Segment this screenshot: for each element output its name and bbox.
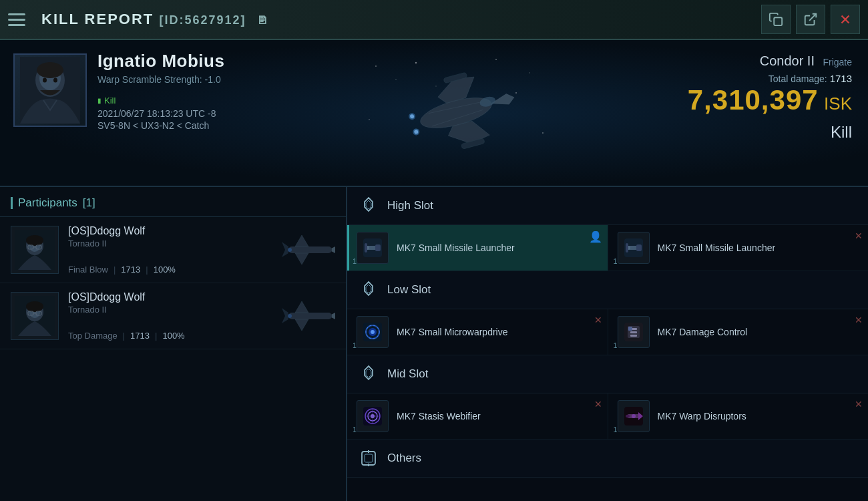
item-name: MK7 Warp Disruptors (658, 410, 746, 422)
close-button[interactable] (831, 5, 860, 34)
destroy-icon: ✕ (594, 315, 602, 325)
participant-ship: Tornado II (68, 238, 282, 248)
outcome-tag: Kill (688, 123, 852, 142)
victim-panel: Ignatio Mobius Warp Scramble Strength: -… (0, 40, 868, 187)
copy-button[interactable] (761, 5, 791, 34)
high-slot-title: High Slot (387, 199, 433, 212)
svg-line-1 (809, 14, 816, 21)
svg-point-7 (37, 62, 63, 78)
item-name: MK7 Small Missile Launcher (658, 242, 776, 254)
svg-point-37 (288, 248, 292, 252)
ship-info: Condor II Frigate Total damage: 1713 7,3… (688, 40, 868, 186)
victim-date: 2021/06/27 18:13:23 UTC -8 (97, 108, 224, 119)
item-name: MK7 Stasis Webifier (397, 410, 481, 422)
mid-slot-item-2[interactable]: 1 MK7 Warp Disruptors ✕ (608, 393, 869, 439)
participants-title: Participants [1] (11, 196, 95, 210)
svg-point-11 (395, 79, 397, 80)
high-slot-items: 1 MK7 Small Missile Launcher 👤 1 (347, 225, 868, 271)
ship-name: Condor II (760, 53, 815, 68)
svg-rect-0 (774, 17, 782, 25)
copy-id-icon[interactable]: 🖹 (257, 15, 269, 26)
menu-icon[interactable] (8, 7, 32, 31)
participant-percent: 100% (162, 331, 184, 341)
participant-percent: 100% (154, 265, 176, 275)
mid-slot-item-1[interactable]: 1 MK7 Stasis Webifier ✕ (347, 393, 608, 439)
svg-rect-57 (626, 243, 628, 253)
high-slot-item-2[interactable]: 1 MK7 Small Missile Launcher ✕ (608, 225, 869, 271)
participants-header: Participants [1] (0, 187, 346, 217)
item-name: MK7 Damage Control (658, 326, 748, 338)
high-slot-item-1[interactable]: 1 MK7 Small Missile Launcher 👤 (347, 225, 608, 271)
svg-point-46 (288, 314, 292, 318)
low-slot-item-2[interactable]: 1 MK7 Damage Control ✕ (608, 309, 869, 355)
svg-point-9 (53, 78, 57, 83)
high-slot-icon (358, 195, 379, 216)
svg-rect-68 (630, 335, 637, 337)
destroy-icon: ✕ (594, 399, 602, 409)
missile-launcher-icon-2 (618, 232, 650, 264)
isk-value: 7,310,397 (688, 84, 819, 116)
participant-stats: Final Blow | 1713 | 100% (68, 265, 282, 275)
svg-rect-69 (628, 327, 632, 331)
mid-slot-icon (358, 363, 379, 385)
svg-rect-52 (365, 243, 367, 253)
person-icon: 👤 (589, 230, 602, 243)
victim-name: Ignatio Mobius (97, 51, 224, 71)
low-slot-items: 1 MK7 Small Microwarpdrive ✕ 1 (347, 309, 868, 355)
svg-point-10 (375, 65, 377, 67)
svg-point-16 (515, 92, 517, 94)
participant-avatar (11, 226, 59, 274)
participant-damage: 1713 (130, 331, 150, 341)
missile-launcher-icon-1 (357, 232, 389, 264)
header-actions (761, 5, 860, 34)
low-slot-item-1[interactable]: 1 MK7 Small Microwarpdrive ✕ (347, 309, 608, 355)
item-name: MK7 Small Microwarpdrive (397, 326, 507, 338)
others-title: Others (387, 452, 421, 465)
low-slot-header: Low Slot (347, 271, 868, 309)
svg-rect-36 (288, 246, 332, 253)
damage-label: Total damage: (769, 73, 827, 84)
participant-avatar (11, 292, 59, 340)
blow-type: Final Blow (68, 265, 108, 275)
svg-point-12 (415, 62, 417, 63)
damage-row: Total damage: 1713 (688, 73, 852, 84)
item-name: MK7 Small Missile Launcher (397, 242, 515, 254)
ship-illustration (224, 40, 687, 186)
loadout-panel: High Slot 1 MK7 Small Missile Launcher 👤 (347, 187, 868, 501)
participant-damage: 1713 (121, 265, 140, 275)
victim-location: SV5-8N < UX3-N2 < Catch (97, 120, 224, 131)
low-slot-title: Low Slot (387, 283, 431, 297)
svg-point-62 (371, 330, 375, 334)
destroy-icon: ✕ (855, 399, 863, 409)
stasis-webifier-icon (357, 400, 389, 432)
main-content: Participants [1] [OS]Dd (0, 187, 868, 501)
svg-rect-55 (636, 244, 642, 251)
isk-label: ISK (824, 94, 852, 114)
victim-warp-scramble: Warp Scramble Strength: -1.0 (97, 74, 224, 85)
participants-panel: Participants [1] [OS]Dd (0, 187, 347, 501)
low-slot-icon (358, 279, 379, 301)
blow-type: Top Damage (68, 331, 118, 341)
mid-slot-items: 1 MK7 Stasis Webifier ✕ 1 (347, 393, 868, 440)
destroy-icon: ✕ (855, 315, 863, 325)
svg-point-41 (26, 301, 43, 312)
ship-name-type: Condor II Frigate (688, 53, 852, 69)
svg-point-80 (632, 414, 636, 418)
participants-title-text: Participants (18, 196, 77, 210)
victim-info: Ignatio Mobius Warp Scramble Strength: -… (97, 40, 224, 186)
mid-slot-title: Mid Slot (387, 367, 428, 381)
participants-count: [1] (83, 196, 95, 210)
participant-card[interactable]: [OS]Ddogg Wolf Tornado II Final Blow | 1… (0, 217, 346, 283)
page-title: KILL REPORT [ID:5627912] 🖹 (41, 11, 761, 28)
svg-rect-81 (362, 452, 375, 465)
share-button[interactable] (796, 5, 825, 34)
header: KILL REPORT [ID:5627912] 🖹 (0, 0, 868, 40)
victim-avatar (13, 53, 87, 127)
title-text: KILL REPORT (41, 11, 154, 27)
damage-control-icon (618, 316, 650, 348)
report-id: [ID:5627912] (159, 13, 246, 27)
svg-rect-67 (630, 331, 637, 333)
participant-info: [OS]Ddogg Wolf Tornado II Final Blow | 1… (68, 225, 282, 275)
damage-value: 1713 (830, 73, 852, 84)
participant-card[interactable]: [OS]Ddogg Wolf Tornado II Top Damage | 1… (0, 283, 346, 349)
